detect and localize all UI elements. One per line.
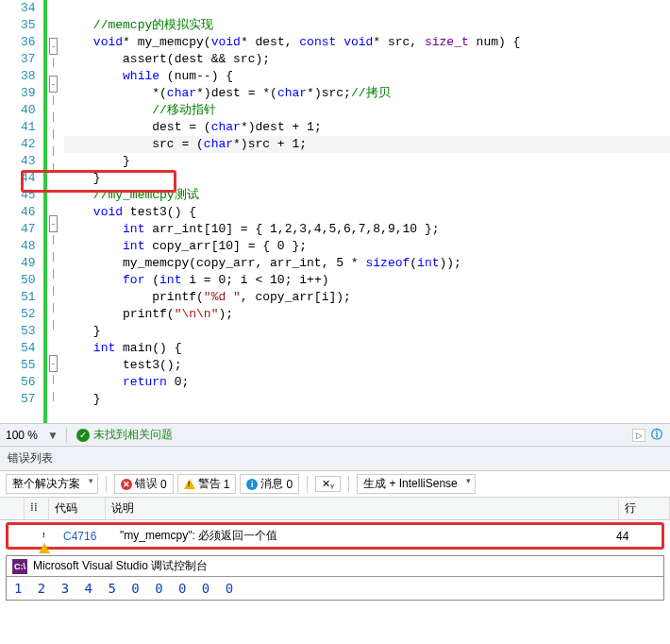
console-output[interactable]: 1 2 3 4 5 0 0 0 0 0 bbox=[7, 577, 663, 600]
editor-status-bar: 100 % ▼ ✓ 未找到相关问题 ▷ ⓘ bbox=[0, 423, 670, 446]
issue-status[interactable]: ✓ 未找到相关问题 bbox=[71, 427, 178, 443]
info-icon: i bbox=[246, 479, 258, 490]
scope-dropdown[interactable]: 整个解决方案 bbox=[6, 474, 98, 494]
console-titlebar[interactable]: C:\ Microsoft Visual Studio 调试控制台 bbox=[7, 556, 663, 577]
messages-label: 消息 bbox=[260, 476, 283, 492]
error-icon: ✕ bbox=[121, 479, 132, 490]
info-icon[interactable]: ⓘ bbox=[651, 427, 662, 443]
errors-filter-button[interactable]: ✕ 错误 0 bbox=[114, 474, 174, 494]
header-code[interactable]: 代码 bbox=[49, 498, 106, 519]
errors-label: 错误 bbox=[135, 476, 158, 492]
error-line: 44 bbox=[611, 530, 662, 543]
issue-status-text: 未找到相关问题 bbox=[93, 427, 173, 443]
error-list-toolbar: 整个解决方案 ✕ 错误 0 警告 1 i 消息 0 ✕ᵧ 生成 + Intell… bbox=[0, 471, 670, 498]
messages-count: 0 bbox=[286, 478, 293, 491]
error-list-panel: 错误列表 整个解决方案 ✕ 错误 0 警告 1 i 消息 0 ✕ᵧ 生成 + I… bbox=[0, 446, 670, 550]
header-desc[interactable]: 说明 bbox=[106, 498, 619, 519]
filter-icon: ✕ᵧ bbox=[322, 478, 334, 490]
messages-filter-button[interactable]: i 消息 0 bbox=[240, 474, 299, 494]
console-title-text: Microsoft Visual Studio 调试控制台 bbox=[33, 558, 208, 574]
warnings-count: 1 bbox=[224, 478, 230, 491]
warnings-label: 警告 bbox=[198, 476, 221, 492]
header-line[interactable]: 行 bbox=[619, 498, 670, 519]
error-row[interactable]: C4716 "my_memcpy": 必须返回一个值 44 bbox=[8, 525, 662, 547]
warning-icon bbox=[39, 530, 50, 553]
zoom-level[interactable]: 100 % bbox=[0, 429, 43, 442]
error-grid-header: ⁞⁞ 代码 说明 行 bbox=[0, 498, 670, 520]
errors-count: 0 bbox=[160, 478, 167, 491]
code-editor: 3435363738394041424344454647484950515253… bbox=[0, 0, 670, 423]
line-number-gutter: 3435363738394041424344454647484950515253… bbox=[17, 0, 43, 423]
nav-arrow-icon[interactable]: ▷ bbox=[632, 429, 645, 442]
debug-console: C:\ Microsoft Visual Studio 调试控制台 1 2 3 … bbox=[6, 555, 664, 601]
breakpoint-gutter[interactable] bbox=[0, 0, 17, 423]
fold-gutter[interactable]: -|-|||||-||||||-|| bbox=[47, 0, 60, 423]
warning-icon bbox=[184, 479, 195, 489]
error-list-title: 错误列表 bbox=[0, 447, 670, 471]
code-area[interactable]: //memcpy的模拟实现 void* my_memcpy(void* dest… bbox=[60, 0, 670, 423]
error-code: C4716 bbox=[58, 530, 114, 543]
header-icon-col[interactable]: ⁞⁞ bbox=[25, 498, 49, 519]
annotation-highlight-error-row: C4716 "my_memcpy": 必须返回一个值 44 bbox=[6, 522, 664, 550]
vs-console-icon: C:\ bbox=[12, 559, 27, 574]
filter-button[interactable]: ✕ᵧ bbox=[315, 476, 341, 492]
check-icon: ✓ bbox=[76, 429, 90, 442]
warnings-filter-button[interactable]: 警告 1 bbox=[177, 474, 237, 494]
build-mode-dropdown[interactable]: 生成 + IntelliSense bbox=[357, 474, 476, 494]
error-description: "my_memcpy": 必须返回一个值 bbox=[114, 528, 611, 544]
zoom-dropdown-icon[interactable]: ▼ bbox=[43, 429, 62, 442]
header-spacer bbox=[0, 498, 25, 519]
